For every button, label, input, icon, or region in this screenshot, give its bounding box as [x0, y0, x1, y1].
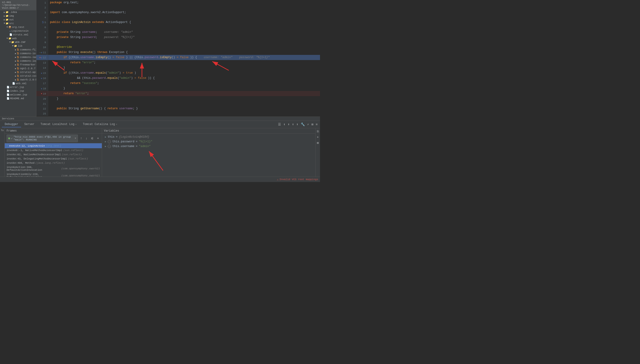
close-tomcat-localhost[interactable]: ✕ — [75, 123, 77, 126]
close-tomcat-catalina[interactable]: ✕ — [116, 123, 117, 126]
sidebar-item-img[interactable]: ▶ 📁 img — [0, 14, 36, 18]
sidebar-item-out[interactable]: ▶ 📁 out — [0, 18, 36, 22]
sidebar-item-welcomejsp[interactable]: 📄 welcome.jsp — [0, 93, 36, 97]
frame-item-3[interactable]: invoke:498, Method (java.lang.reflect) — [5, 161, 102, 165]
sidebar-item-indexjsp[interactable]: 📄 index.jsp — [0, 89, 36, 93]
frame-item-1[interactable]: invoke:62, NativeMethodAccessorImpl (sun… — [5, 152, 102, 157]
code-line-5: S 5 public class LoginActoin extends Act… — [36, 20, 320, 25]
sidebar-item-jar1[interactable]: ▶ 🗜 commons-fileupload-1.1.1.jar — [0, 48, 36, 52]
bottom-panel: Services Debugger Server Tomcat Localhos… — [0, 116, 320, 176]
sidebar-item-jar6[interactable]: ▶ 🗜 ognl-2.6.7.jar — [0, 66, 36, 70]
xml-icon: 📄 — [12, 82, 15, 85]
var-add-btn[interactable]: + — [316, 135, 319, 140]
sidebar-item-jar8[interactable]: ▶ 🗜 struts2-core-2.0.1.jar — [0, 74, 36, 78]
sidebar-label: README.md — [10, 97, 24, 100]
frame-label: invoke:43, DelegatingMethodAccessorImpl — [6, 157, 67, 160]
sidebar-label: web — [12, 37, 17, 40]
sidebar-item-jar2[interactable]: ▶ 🗜 commons-io-1.1.jar — [0, 52, 36, 55]
sidebar-item-webxml[interactable]: 📄 web.xml — [0, 82, 36, 85]
sidebar-item-src[interactable]: ▼ 📁 src — [0, 22, 36, 25]
layout-icon-5[interactable]: ⬆ — [296, 122, 299, 127]
sidebar-item-jar4[interactable]: ▶ 🗜 commons-logging-1.0.4.jar — [0, 59, 36, 63]
sidebar-label: error.jsp — [10, 86, 24, 89]
sidebar-item-jar9[interactable]: ▶ 🗜 xwork-2.0-beta-1.jar — [0, 78, 36, 82]
line-number-19: ● 19 — [36, 91, 48, 96]
tab-tomcat-catalina-label: Tomcat Catalina Log — [83, 123, 115, 126]
filter-btn[interactable]: ⚟ — [90, 136, 95, 141]
step-down-btn[interactable]: ↓ — [84, 136, 88, 141]
line-content-21 — [48, 101, 320, 106]
jar-icon: 🗜 — [17, 74, 19, 78]
line-content-17: return "success"; — [48, 81, 320, 86]
sidebar-item-idea[interactable]: ▶ 📁 .idea — [0, 10, 36, 14]
tab-debugger[interactable]: Debugger — [2, 122, 21, 127]
var-calc-btn[interactable]: ⊞ — [316, 140, 319, 146]
sidebar-label: ognl-2.6.7.jar — [20, 67, 36, 70]
sidebar-item-errorjsp[interactable]: 📄 error.jsp — [0, 85, 36, 89]
sidebar-item-jar3[interactable]: ▶ 🗜 commons-lang-2.1.jar — [0, 55, 36, 59]
frame-item-active[interactable]: ✓ execute:12, LoginActoin (org.test) — [5, 143, 102, 148]
line-number-20: 20 — [36, 96, 48, 101]
var-expand-icon: ▶ — [105, 136, 106, 138]
arrow-icon: ▼ — [6, 37, 8, 40]
thread-selector[interactable]: ✓ "http-nio-8080-exec-4"@2,456 in group … — [6, 134, 78, 142]
line-number-22: 22 — [36, 106, 48, 111]
frame-check-icon: ✓ — [6, 144, 8, 148]
sidebar-item-jar7[interactable]: ▶ 🗜 struts2-api-2.0.1.jar — [0, 70, 36, 74]
xml-icon: 📄 — [10, 33, 12, 36]
variables-panel: Variables ▶ this = {LoginActoin@4184} ▶ … — [102, 128, 320, 176]
layout-icon-8[interactable]: ⊞ — [311, 122, 314, 127]
add-btn[interactable]: + — [96, 136, 100, 141]
var-item-username[interactable]: ▶ ○○ this.username = "admin" — [102, 144, 320, 149]
sidebar-item-webinf[interactable]: ▼ 📁 WEB-INF — [0, 40, 36, 44]
var-copy-btn[interactable]: ⎘ — [316, 129, 319, 134]
layout-icon-1[interactable]: ☰ — [278, 122, 282, 127]
tab-tomcat-catalina[interactable]: Tomcat Catalina Log ✕ — [80, 122, 120, 127]
sidebar-label: web.xml — [16, 82, 26, 85]
line-content-7: private String username; username: "admi… — [48, 30, 320, 35]
sidebar-item-struts-xml[interactable]: 📄 struts.xml — [0, 33, 36, 36]
line-content-25 — [48, 111, 320, 116]
frame-item-0[interactable]: invoke0:-1, NativeMethodAccessorImpl (su… — [5, 148, 102, 152]
arrow-icon: ▶ — [4, 15, 5, 17]
layout-icon-9[interactable]: ≡ — [315, 122, 318, 127]
frame-label: execute:12, LoginActoin — [9, 144, 45, 147]
sidebar-item-readme[interactable]: 📄 README.md — [0, 97, 36, 100]
code-line-10: 10 @Override — [36, 44, 320, 50]
var-item-this[interactable]: ▶ this = {LoginActoin@4184} — [102, 134, 320, 139]
line-content-22: public String getUsername() { return use… — [48, 106, 320, 111]
tab-server[interactable]: Server — [22, 122, 37, 127]
layout-icon-3[interactable]: ⬇ — [287, 122, 290, 127]
arrow-icon: ▼ — [4, 22, 5, 25]
jar-icon: 🗜 — [17, 60, 19, 62]
var-expand-icon: ▶ — [105, 145, 106, 148]
frame-item-5[interactable]: invokeActionOnly:228, DefaultActionInvoc… — [5, 172, 102, 176]
layout-icon-7[interactable]: ⚡ — [307, 122, 310, 127]
layout-icon-6[interactable]: 🔧 — [300, 122, 305, 127]
sidebar-label: struts.xml — [13, 33, 28, 36]
sidebar-item-lib[interactable]: ▼ 📁 lib — [0, 44, 36, 48]
code-line-3: 3 import com.opensymphony.xwork2.ActionS… — [36, 10, 320, 15]
variables-title: Variables — [104, 129, 119, 132]
left-strip: To — [0, 128, 5, 176]
layout-icon-4[interactable]: ⬆ — [292, 122, 294, 127]
sidebar-item-jar5[interactable]: ▶ 🗜 freemarker-2.3.4.jar — [0, 63, 36, 66]
sidebar-item-loginactoin[interactable]: ☕ LoginActoin — [0, 29, 36, 33]
frame-item-4[interactable]: invokeAction:360, DefaultActionInvocatio… — [5, 165, 102, 172]
line-number-1: 1 — [36, 0, 48, 5]
line-number-11: → ⊕ 11 — [36, 50, 48, 55]
sidebar-label: xwork-2.0-beta-1.jar — [20, 78, 36, 81]
vcs-warning[interactable]: ⚠ Invalid VCS root mappings — [277, 178, 318, 181]
layout-icon-2[interactable]: ⬆ — [283, 122, 286, 127]
var-item-password[interactable]: ▶ ○○ this.password = "%{1+1}" — [102, 139, 320, 144]
sidebar-item-web[interactable]: ▼ 📁 web — [0, 36, 36, 40]
step-up-btn[interactable]: ↑ — [79, 136, 83, 141]
file-icon: 📄 — [6, 97, 10, 100]
folder-icon: 📁 — [6, 14, 8, 17]
line-number-10: 10 — [36, 44, 48, 50]
var-equals-this: = — [116, 135, 118, 138]
sidebar-item-orgtest[interactable]: ▼ 📦 org.test — [0, 25, 36, 29]
line-number-17: 17 — [36, 81, 48, 86]
tab-tomcat-localhost[interactable]: Tomcat Localhost Log ✕ — [38, 122, 80, 127]
frame-item-2[interactable]: invoke:43, DelegatingMethodAccessorImpl … — [5, 157, 102, 161]
